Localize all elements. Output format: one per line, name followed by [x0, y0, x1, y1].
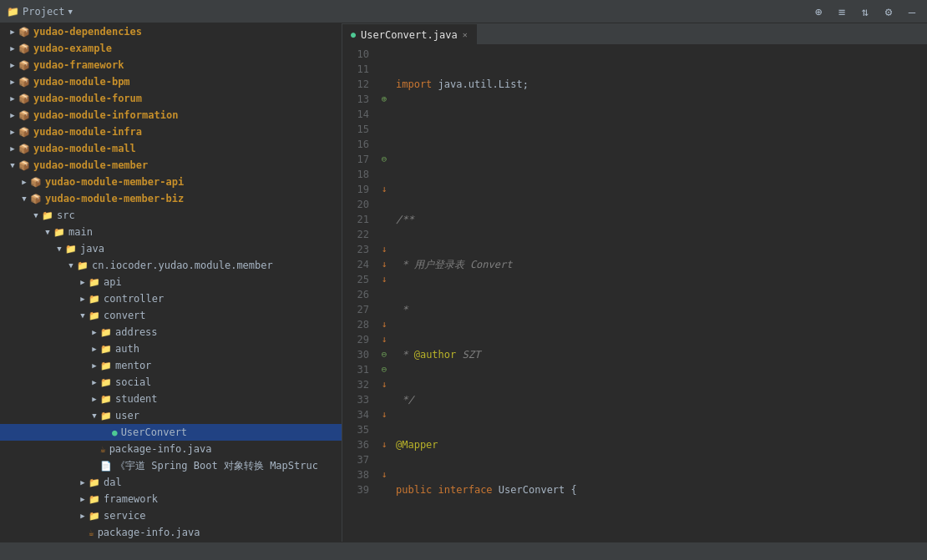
- sidebar-item-convert[interactable]: ▼ 📁 convert: [0, 307, 342, 324]
- line-10: 10: [342, 47, 369, 62]
- sidebar-item-member-api[interactable]: ▶ 📦 yudao-module-member-api: [0, 174, 342, 190]
- label-yudao-dependencies: yudao-dependencies: [33, 26, 142, 38]
- folder-icon-information: 📦: [18, 110, 30, 121]
- java-folder-icon: 📁: [65, 244, 77, 255]
- line-29: 29: [342, 332, 369, 347]
- editor[interactable]: ● UserConvert.java ✕ 10 11 12 13 14 15 1…: [342, 23, 927, 542]
- sidebar-item-address[interactable]: ▶ 📁 address: [0, 324, 342, 341]
- arrow-yudao-example: ▶: [7, 44, 18, 53]
- line-13: 13: [342, 92, 369, 107]
- tab-icon: ●: [351, 30, 356, 39]
- arrow-package: ▼: [65, 261, 77, 270]
- line-21: 21: [342, 212, 369, 227]
- sidebar-item-yudao-example[interactable]: ▶ 📦 yudao-example: [0, 40, 342, 57]
- label-auth: auth: [115, 343, 139, 355]
- sidebar-item-yudao-framework[interactable]: ▶ 📦 yudao-framework: [0, 57, 342, 73]
- sidebar-item-mentor[interactable]: ▶ 📁 mentor: [0, 357, 342, 374]
- gutter-38: ↓: [376, 467, 393, 482]
- arrow-convert: ▼: [77, 311, 89, 320]
- label-yudao-example: yudao-example: [33, 43, 112, 54]
- label-infra: yudao-module-infra: [33, 126, 142, 138]
- sidebar-item-yudao-module-information[interactable]: ▶ 📦 yudao-module-information: [0, 107, 342, 124]
- minimize-icon[interactable]: —: [904, 5, 920, 18]
- project-icon: 📁: [7, 6, 19, 18]
- gutter-25: ↓: [376, 272, 393, 287]
- folder-icon-social: 📁: [100, 377, 112, 388]
- sidebar-item-yudao-module-infra[interactable]: ▶ 📦 yudao-module-infra: [0, 124, 342, 140]
- sidebar-item-yudao-module-bpm[interactable]: ▶ 📦 yudao-module-bpm: [0, 73, 342, 90]
- arrow-forum: ▶: [7, 94, 18, 103]
- line-33: 33: [342, 392, 369, 407]
- sidebar-item-controller[interactable]: ▶ 📁 controller: [0, 290, 342, 307]
- title-label: Project: [23, 6, 65, 18]
- sidebar[interactable]: ▶ 📦 yudao-dependencies ▶ 📦 yudao-example…: [0, 23, 342, 542]
- label-mall: yudao-module-mall: [33, 143, 136, 154]
- sidebar-item-package-info-1[interactable]: ☕ package-info.java: [0, 441, 342, 457]
- folder-icon-api: 📁: [89, 277, 100, 288]
- label-controller: controller: [104, 293, 164, 305]
- sidebar-item-main[interactable]: ▼ 📁 main: [0, 224, 342, 240]
- arrow-controller: ▶: [77, 295, 89, 303]
- line-39: 39: [342, 482, 369, 497]
- note-file-icon: 📄: [100, 461, 112, 472]
- sidebar-item-yudao-module-member[interactable]: ▼ 📦 yudao-module-member: [0, 157, 342, 174]
- sidebar-item-UserConvert[interactable]: ● UserConvert: [0, 424, 342, 441]
- sidebar-item-framework[interactable]: ▶ 📁 framework: [0, 491, 342, 507]
- line-38: 38: [342, 467, 369, 482]
- dropdown-arrow[interactable]: ▼: [68, 8, 73, 16]
- label-forum: yudao-module-forum: [33, 93, 142, 104]
- sidebar-item-service[interactable]: ▶ 📁 service: [0, 507, 342, 524]
- code-area: 10 11 12 13 14 15 16 17 18 19 20 21 22 2…: [342, 45, 927, 542]
- arrow-auth: ▶: [89, 345, 100, 353]
- label-yudao-framework: yudao-framework: [33, 59, 124, 71]
- arrow-main: ▼: [42, 228, 53, 236]
- sidebar-item-dal[interactable]: ▶ 📁 dal: [0, 474, 342, 491]
- arrow-api: ▶: [77, 278, 89, 286]
- folder-icon-dal: 📁: [89, 477, 100, 488]
- gutter-17: ⊖: [376, 152, 393, 167]
- sidebar-item-yudao-dependencies[interactable]: ▶ 📦 yudao-dependencies: [0, 23, 342, 40]
- folder-icon-src: 📁: [42, 210, 53, 221]
- line-23: 23: [342, 242, 369, 257]
- add-icon[interactable]: ⊕: [810, 5, 827, 18]
- gutter-32: ↓: [376, 377, 393, 392]
- sidebar-item-member-biz[interactable]: ▼ 📦 yudao-module-member-biz: [0, 190, 342, 207]
- folder-icon-bpm: 📦: [18, 77, 30, 88]
- gutter-10: [376, 47, 393, 62]
- list-icon[interactable]: ≡: [833, 5, 850, 18]
- label-address: address: [115, 326, 158, 338]
- gutter-19: ↓: [376, 182, 393, 197]
- tab-UserConvert[interactable]: ● UserConvert.java ✕: [342, 24, 477, 44]
- gutter-35: [376, 422, 393, 437]
- sort-icon[interactable]: ⇅: [857, 5, 874, 18]
- sidebar-item-api[interactable]: ▶ 📁 api: [0, 274, 342, 290]
- label-spring-note: 《宇道 Spring Boot 对象转换 MapStruc: [115, 459, 318, 473]
- line-35: 35: [342, 422, 369, 437]
- sidebar-item-package-info-2[interactable]: ☕ package-info.java: [0, 524, 342, 541]
- sidebar-item-java[interactable]: ▼ 📁 java: [0, 240, 342, 257]
- sidebar-item-spring-note[interactable]: 📄 《宇道 Spring Boot 对象转换 MapStruc: [0, 457, 342, 474]
- sidebar-item-yudao-module-forum[interactable]: ▶ 📦 yudao-module-forum: [0, 90, 342, 107]
- arrow-java: ▼: [53, 245, 65, 253]
- line-25: 25: [342, 272, 369, 287]
- line-11: 11: [342, 62, 369, 77]
- sidebar-item-social[interactable]: ▶ 📁 social: [0, 374, 342, 391]
- settings-icon[interactable]: ⚙: [880, 5, 897, 18]
- sidebar-item-student[interactable]: ▶ 📁 student: [0, 391, 342, 407]
- folder-icon-member-biz: 📦: [30, 194, 42, 204]
- tab-close-button[interactable]: ✕: [463, 30, 468, 39]
- package-icon: 📁: [77, 260, 89, 271]
- sidebar-item-auth[interactable]: ▶ 📁 auth: [0, 341, 342, 357]
- label-user: user: [115, 410, 139, 421]
- sidebar-item-yudao-module-mall[interactable]: ▶ 📦 yudao-module-mall: [0, 140, 342, 157]
- folder-icon-student: 📁: [100, 394, 112, 405]
- line-28: 28: [342, 317, 369, 332]
- gutter-26: [376, 287, 393, 302]
- sidebar-item-src[interactable]: ▼ 📁 src: [0, 207, 342, 224]
- sidebar-item-user[interactable]: ▼ 📁 user: [0, 407, 342, 424]
- sidebar-item-package[interactable]: ▼ 📁 cn.iocoder.yudao.module.member: [0, 257, 342, 274]
- gutter-18: [376, 167, 393, 182]
- line-14: 14: [342, 107, 369, 122]
- title-bar-icons: ⊕ ≡ ⇅ ⚙ —: [810, 5, 920, 18]
- editor-tab-bar: ● UserConvert.java ✕: [342, 23, 927, 45]
